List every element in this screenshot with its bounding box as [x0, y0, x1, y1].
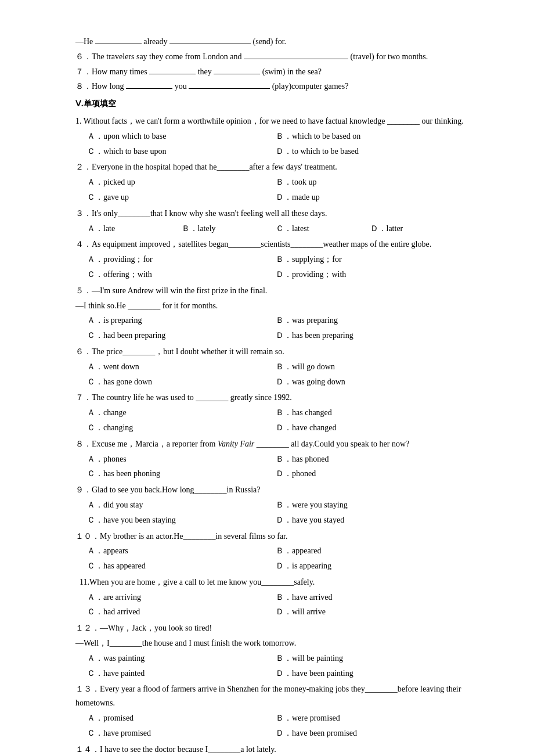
- q5-option-d: Ｄ．has been preparing: [276, 329, 464, 343]
- blank-7: [189, 88, 270, 89]
- question-6: ６．The price________，but I doubt whether …: [75, 345, 464, 388]
- q8-text: ８．Excuse me，Marcia，a reporter from Vanit…: [75, 437, 464, 451]
- q9-option-d: Ｄ．have you stayed: [276, 513, 464, 527]
- q10-option-b: Ｂ．appeared: [276, 544, 464, 558]
- q3-option-a: Ａ．late: [87, 222, 182, 236]
- section-v-title: Ⅴ.单项填空: [75, 97, 464, 111]
- blank-1: [95, 44, 142, 44]
- q10-option-d: Ｄ．is appearing: [276, 559, 464, 573]
- q13-option-d: Ｄ．have been promised: [276, 726, 464, 740]
- q10-options: Ａ．appears Ｂ．appeared: [87, 544, 464, 558]
- blank-6: [126, 88, 172, 89]
- q13-option-c: Ｃ．have promised: [87, 726, 276, 740]
- q11-option-b: Ｂ．have arrived: [276, 591, 464, 604]
- q12-option-a: Ａ．was painting: [87, 651, 276, 665]
- question-8: ８．Excuse me，Marcia，a reporter from Vanit…: [75, 437, 464, 481]
- question-4: ４．As equipment improved，satellites began…: [75, 237, 464, 281]
- q1-option-a: Ａ．upon which to base: [87, 129, 276, 143]
- q8-options-2: Ｃ．has been phoning Ｄ．phoned: [87, 467, 464, 481]
- q12-option-b: Ｂ．will be painting: [276, 651, 464, 665]
- q8-option-d: Ｄ．phoned: [276, 467, 464, 481]
- q2-option-c: Ｃ．gave up: [87, 190, 276, 204]
- q9-options-2: Ｃ．have you been staying Ｄ．have you staye…: [87, 513, 464, 527]
- opening-line-1: —He already (send) for.: [75, 35, 464, 49]
- q3-option-b: Ｂ．lately: [182, 222, 276, 236]
- q3-options: Ａ．late Ｂ．lately Ｃ．latest Ｄ．latter: [87, 222, 464, 236]
- q6-text: ６．The price________，but I doubt whether …: [75, 345, 464, 359]
- q1-option-b: Ｂ．which to be based on: [276, 129, 464, 143]
- q6-options: Ａ．went down Ｂ．will go down: [87, 360, 464, 374]
- q1-option-d: Ｄ．to which to be based: [276, 145, 464, 159]
- q8-italic: Vanity Fair: [218, 440, 254, 448]
- q1-text: 1. Without facts，we can't form a worthwh…: [75, 114, 464, 128]
- q11-option-d: Ｄ．will arrive: [276, 605, 464, 619]
- q9-option-b: Ｂ．were you staying: [276, 498, 464, 512]
- q6-option-b: Ｂ．will go down: [276, 360, 464, 374]
- q10-option-a: Ａ．appears: [87, 544, 276, 558]
- page-content: —He already (send) for. ６．The travelers …: [75, 35, 464, 756]
- q5-option-a: Ａ．is preparing: [87, 314, 276, 327]
- q8-option-a: Ａ．phones: [87, 452, 276, 466]
- q5-text-1: ５．—I'm sure Andrew will win the first pr…: [75, 284, 464, 298]
- blank-5: [214, 74, 260, 74]
- q3-option-c: Ｃ．latest: [276, 222, 370, 236]
- q7-option-d: Ｄ．have changed: [276, 421, 464, 435]
- q11-option-a: Ａ．are arriving: [87, 591, 276, 604]
- q6-option-c: Ｃ．has gone down: [87, 375, 276, 389]
- q13-options-2: Ｃ．have promised Ｄ．have been promised: [87, 726, 464, 740]
- q7-option-a: Ａ．change: [87, 406, 276, 420]
- q4-option-d: Ｄ．providing；with: [276, 268, 464, 282]
- q1-option-c: Ｃ．which to base upon: [87, 145, 276, 159]
- q2-option-a: Ａ．picked up: [87, 175, 276, 189]
- q2-text: ２．Everyone in the hospital hoped that he…: [75, 160, 464, 174]
- q2-options: Ａ．picked up Ｂ．took up: [87, 175, 464, 189]
- q6-option-d: Ｄ．was going down: [276, 375, 464, 389]
- q7-option-b: Ｂ．has changed: [276, 406, 464, 420]
- q6-options-2: Ｃ．has gone down Ｄ．was going down: [87, 375, 464, 389]
- q5-options: Ａ．is preparing Ｂ．was preparing: [87, 314, 464, 327]
- question-1: 1. Without facts，we can't form a worthwh…: [75, 114, 464, 158]
- q5-options-2: Ｃ．had been preparing Ｄ．has been preparin…: [87, 329, 464, 343]
- q4-option-c: Ｃ．offering；with: [87, 268, 276, 282]
- q2-options-2: Ｃ．gave up Ｄ．made up: [87, 190, 464, 204]
- q9-options: Ａ．did you stay Ｂ．were you staying: [87, 498, 464, 512]
- q2-option-b: Ｂ．took up: [276, 175, 464, 189]
- q5-option-b: Ｂ．was preparing: [276, 314, 464, 327]
- q8-option-b: Ｂ．has phoned: [276, 452, 464, 466]
- question-11: 11.When you are home，give a call to let …: [75, 575, 464, 619]
- question-5: ５．—I'm sure Andrew will win the first pr…: [75, 284, 464, 343]
- opening-line-4: ８．How long you (play)computer games?: [75, 80, 464, 93]
- q10-text: １０．My brother is an actor.He________in s…: [75, 530, 464, 543]
- q1-options: Ａ．upon which to base Ｂ．which to be based…: [87, 129, 464, 143]
- q5-option-c: Ｃ．had been preparing: [87, 329, 276, 343]
- q9-text: ９．Glad to see you back.How long________i…: [75, 483, 464, 497]
- q7-text: ７．The country life he was used to ______…: [75, 391, 464, 405]
- question-9: ９．Glad to see you back.How long________i…: [75, 483, 464, 527]
- q4-option-a: Ａ．providing；for: [87, 253, 276, 267]
- q5-text-2: —I think so.He ________ for it for month…: [75, 299, 464, 313]
- q12-text-2: —Well，I________the house and I must fini…: [75, 636, 464, 650]
- q10-options-2: Ｃ．has appeared Ｄ．is appearing: [87, 559, 464, 573]
- q4-option-b: Ｂ．supplying；for: [276, 253, 464, 267]
- q4-options: Ａ．providing；for Ｂ．supplying；for: [87, 253, 464, 267]
- q1-options-2: Ｃ．which to base upon Ｄ．to which to be ba…: [87, 145, 464, 159]
- q4-options-2: Ｃ．offering；with Ｄ．providing；with: [87, 268, 464, 282]
- q8-options: Ａ．phones Ｂ．has phoned: [87, 452, 464, 466]
- q7-options: Ａ．change Ｂ．has changed: [87, 406, 464, 420]
- blank-2: [169, 44, 251, 44]
- opening-line-3: ７．How many times they (swim) in the sea?: [75, 65, 464, 79]
- q4-text: ４．As equipment improved，satellites began…: [75, 237, 464, 251]
- q12-options-2: Ｃ．have painted Ｄ．have been painting: [87, 667, 464, 681]
- question-2: ２．Everyone in the hospital hoped that he…: [75, 160, 464, 204]
- q3-option-d: Ｄ．latter: [370, 222, 465, 236]
- q12-option-c: Ｃ．have painted: [87, 667, 276, 681]
- q12-text-1: １２．—Why，Jack，you look so tired!: [75, 621, 464, 635]
- opening-block: —He already (send) for. ６．The travelers …: [75, 35, 464, 93]
- q13-option-b: Ｂ．were promised: [276, 711, 464, 725]
- q9-option-a: Ａ．did you stay: [87, 498, 276, 512]
- q8-option-c: Ｃ．has been phoning: [87, 467, 276, 481]
- q10-option-c: Ｃ．has appeared: [87, 559, 276, 573]
- question-13: １３．Every year a flood of farmers arrive …: [75, 682, 464, 740]
- q2-option-d: Ｄ．made up: [276, 190, 464, 204]
- opening-line-2: ６．The travelers say they come from Londo…: [75, 50, 464, 64]
